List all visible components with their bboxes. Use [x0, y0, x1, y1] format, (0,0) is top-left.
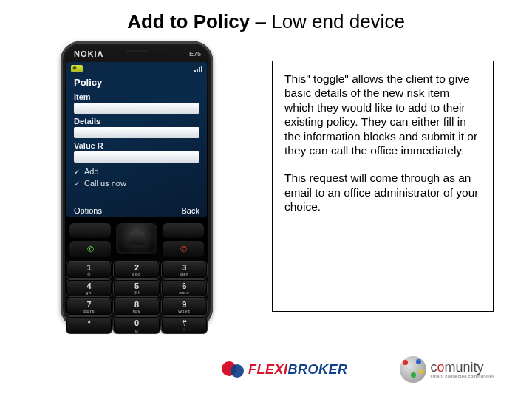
key-star[interactable]: *+	[66, 317, 112, 333]
right-softkey-button[interactable]	[163, 223, 204, 238]
battery-icon	[71, 65, 83, 72]
key-hash[interactable]: #↑	[162, 317, 207, 333]
phone-model: E75	[189, 51, 201, 58]
field-item: Item	[66, 92, 207, 117]
softkey-options[interactable]: Options	[74, 206, 102, 215]
menu-add[interactable]: ✓ Add	[66, 166, 207, 177]
status-bar	[66, 62, 207, 75]
check-icon: ✓	[74, 180, 80, 188]
explanation-p2: This request will come through as an ema…	[284, 171, 481, 214]
comunity-name: comunity	[431, 361, 495, 374]
phone-icon: ✆	[180, 245, 187, 254]
flexibroker-logo: FLEXIBROKER	[222, 358, 348, 381]
keypad: 1∞ 2abc 3def 4ghi 5jkl 6mno 7pqrs 8tuv 9…	[66, 262, 207, 333]
key-9[interactable]: 9wxyz	[162, 299, 207, 315]
menu-add-label: Add	[84, 167, 99, 176]
title-bold: Add to Policy	[127, 10, 250, 33]
comunity-tagline: smart, connected communities	[431, 374, 495, 378]
explanation-box: This" toggle" allows the client to give …	[272, 61, 494, 312]
key-4[interactable]: 4ghi	[66, 280, 112, 296]
speaker-slot	[124, 50, 149, 52]
phone-device: NOKIA E75 Policy Item Details Value R ✓ …	[61, 41, 213, 330]
page-title: Add to Policy – Low end device	[0, 0, 532, 33]
screen-title: Policy	[66, 75, 207, 92]
dpad[interactable]	[115, 222, 159, 256]
menu-call-label: Call us now	[84, 179, 126, 188]
flexi-text-2: BROKER	[288, 362, 348, 377]
key-6[interactable]: 6mno	[162, 280, 207, 296]
menu-call-us[interactable]: ✓ Call us now	[66, 177, 207, 189]
key-3[interactable]: 3def	[162, 262, 207, 278]
item-input[interactable]	[74, 103, 200, 114]
field-label-item: Item	[74, 92, 200, 101]
value-input[interactable]	[74, 151, 200, 163]
key-7[interactable]: 7pqrs	[66, 299, 112, 315]
phone-screen: Policy Item Details Value R ✓ Add ✓ Call…	[66, 62, 207, 217]
key-2[interactable]: 2abc	[114, 262, 159, 278]
check-icon: ✓	[74, 168, 80, 176]
key-8[interactable]: 8tuv	[114, 299, 159, 315]
comunity-mark-icon	[400, 356, 426, 383]
field-details: Details	[66, 117, 207, 141]
explanation-p1: This" toggle" allows the client to give …	[284, 72, 481, 157]
field-label-details: Details	[74, 117, 200, 126]
end-button[interactable]: ✆	[163, 241, 204, 257]
logo-row: FLEXIBROKER comunity smart, connected co…	[222, 356, 495, 383]
softkey-back[interactable]: Back	[182, 206, 200, 215]
field-value: Value R	[66, 141, 207, 166]
call-button[interactable]: ✆	[69, 241, 111, 257]
softkey-bar: Options Back	[66, 206, 207, 215]
phone-icon: ✆	[87, 245, 94, 254]
title-rest: – Low end device	[250, 10, 405, 33]
details-input[interactable]	[74, 127, 200, 138]
key-0[interactable]: 0␣	[114, 317, 159, 333]
field-label-value: Value R	[74, 141, 200, 150]
phone-earpiece: NOKIA E75	[66, 47, 207, 58]
key-1[interactable]: 1∞	[66, 262, 112, 278]
signal-icon	[194, 65, 202, 72]
comunity-logo: comunity smart, connected communities	[400, 356, 495, 383]
flexibroker-mark-icon	[222, 358, 244, 381]
left-softkey-button[interactable]	[69, 223, 111, 238]
nav-cluster: ✆ ✆	[66, 222, 207, 257]
flexi-text-1: FLEXI	[248, 362, 288, 377]
key-5[interactable]: 5jkl	[114, 280, 159, 296]
phone-brand: NOKIA	[74, 50, 103, 58]
